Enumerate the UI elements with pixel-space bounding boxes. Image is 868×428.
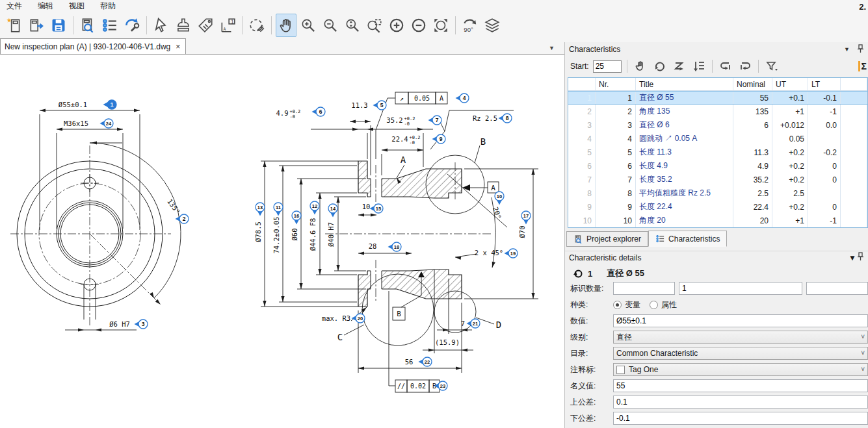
balloon-16[interactable]: 16 [292,211,301,225]
tag-icon[interactable] [195,14,216,37]
dim-text[interactable]: Ø60 [291,229,298,241]
column-header-index[interactable] [568,78,596,90]
dim-text[interactable]: Ø40 H7 [327,222,335,247]
balloon-17[interactable]: 17 [521,211,531,225]
balloon-13[interactable]: 13 [256,203,265,216]
characteristic-row-1[interactable]: 11直径 Ø 5555+0.1-0.1 [568,91,867,105]
zoom-out-icon[interactable] [320,14,341,37]
dim-text[interactable]: C [337,332,343,342]
balloon-11[interactable]: 11 [274,203,283,216]
fcf-text[interactable]: // [397,383,405,390]
new-document-icon[interactable] [4,14,25,37]
characteristic-row-6[interactable]: 66长度 4.94.9+0.20 [568,159,867,173]
catalog-select[interactable]: Common Characteristic˅ [613,347,868,360]
details-collapse-chevron-icon[interactable]: ▼ [848,253,856,262]
balloon-22[interactable]: 22 [419,357,432,366]
sum-icon[interactable]: Σ [858,61,867,71]
dim-text[interactable]: 11.3 [351,101,367,109]
column-header-Title[interactable]: Title [636,78,733,90]
balloon-9[interactable]: 9 [432,134,446,144]
characteristic-row-8[interactable]: 88平均值粗糙度 Rz 2.52.52.5 [568,186,867,200]
zoom-dynamic-icon[interactable] [342,14,363,37]
dim-text[interactable]: 10 [362,203,371,210]
fcf-text[interactable]: 0.02 [410,383,426,390]
select-cursor-icon[interactable] [151,14,172,37]
characteristic-row-7[interactable]: 77长度 35.235.2+0.20 [568,173,867,186]
radio-variable[interactable]: 变量 [613,299,640,310]
tab-characteristics[interactable]: Characteristics [648,231,727,247]
column-header-UT[interactable]: UT [772,78,808,90]
tag-select[interactable]: Tag One˅ [613,363,868,376]
dim-text[interactable]: max. R3 [322,314,350,322]
balloon-14[interactable]: 14 [328,204,337,218]
sketch-circle-icon[interactable] [246,14,267,37]
balloon-6[interactable]: 6 [312,107,326,116]
dim-text[interactable]: (15.9) [435,338,460,346]
characteristic-row-2[interactable]: 22角度 135135+1-1 [568,105,867,118]
menu-item-0[interactable]: 文件 [7,1,22,12]
stamp-icon[interactable] [173,14,194,37]
details-pin-icon[interactable] [856,252,864,263]
dim-text[interactable]: 74.2±0.05 [272,217,280,254]
id-count-input-3[interactable] [806,282,868,295]
layers-icon[interactable] [482,14,503,37]
close-tab-icon[interactable]: × [176,42,180,51]
zoom-in-icon[interactable] [298,14,319,37]
dim-text[interactable]: Rz 2.5 [473,114,497,122]
rotate-icon[interactable] [652,58,668,74]
find-document-icon[interactable] [77,14,98,37]
balloon-12[interactable]: 12 [310,201,319,215]
value-input[interactable] [613,314,868,327]
balloon-15[interactable]: 15 [370,204,384,213]
drawing-canvas[interactable]: Ø55±0.1M36x15135°Ø6 H711.34.9+0.2-035.2+… [0,54,564,428]
tag-checkbox[interactable] [616,366,625,374]
level-select[interactable]: 直径˅ [613,331,868,344]
balloon-1[interactable]: 1 [103,100,117,109]
dim-text[interactable]: Ø44.6 F8 [309,218,317,251]
fcf-text[interactable]: ↗ [400,95,404,102]
dim-text[interactable]: M36x15 [64,120,88,127]
dim-text[interactable]: B [480,136,486,147]
start-input[interactable] [593,60,622,73]
dim-text[interactable]: 4.9 [276,109,289,117]
balloon-4[interactable]: 4 [456,94,469,103]
upper-tol-input[interactable] [613,396,868,409]
column-header-Nominal[interactable]: Nominal [733,78,772,90]
balloon-2[interactable]: 2 [176,214,189,223]
balloon-21[interactable]: 21 [467,319,480,328]
save-icon[interactable] [48,14,69,37]
dim-text[interactable]: A [401,155,406,165]
column-header-Nr.[interactable]: Nr. [596,78,636,90]
radio-attribute[interactable]: 属性 [650,299,677,310]
sort-list-icon[interactable] [691,58,707,74]
dim-text[interactable]: 7 [461,320,465,327]
characteristic-row-9[interactable]: 99长度 22.422.4+0.20 [568,200,867,214]
open-document-icon[interactable] [26,14,47,37]
dimension-corner-icon[interactable]: A1 [217,14,238,37]
balloon-19[interactable]: 19 [505,249,518,258]
dim-text[interactable]: 56 [405,358,414,366]
move-last-icon[interactable] [737,58,753,74]
pin-icon[interactable] [856,44,864,55]
decrease-circle-icon[interactable] [408,14,429,37]
balloon-3[interactable]: 3 [135,320,148,329]
dim-text[interactable]: D [496,320,501,330]
filter-icon[interactable] [764,58,780,74]
characteristic-row-3[interactable]: 33直径 Ø 66+0.0120.0 [568,118,867,132]
radio-variable-dot[interactable] [613,301,622,309]
nominal-input[interactable] [613,379,868,392]
balloon-10[interactable]: 10 [495,192,504,205]
fcf-text[interactable]: A [440,95,443,102]
dim-text[interactable]: Ø6 H7 [109,320,130,328]
radio-attribute-dot[interactable] [650,301,658,309]
document-tab[interactable]: New inspection plan (A) | 930-1200-406-V… [0,38,186,54]
increase-circle-icon[interactable] [386,14,407,37]
menu-item-1[interactable]: 编辑 [38,1,53,12]
balloon-18[interactable]: 18 [388,242,402,251]
menu-item-3[interactable]: 帮助 [100,1,116,12]
characteristics-table-header[interactable]: Nr.TitleNominalUTLT [568,78,867,91]
dim-text[interactable]: 22.4 [391,135,408,143]
balloon-24[interactable]: 24 [100,119,114,128]
dim-text[interactable]: 20° [492,206,503,220]
id-count-input-2[interactable] [679,282,802,295]
